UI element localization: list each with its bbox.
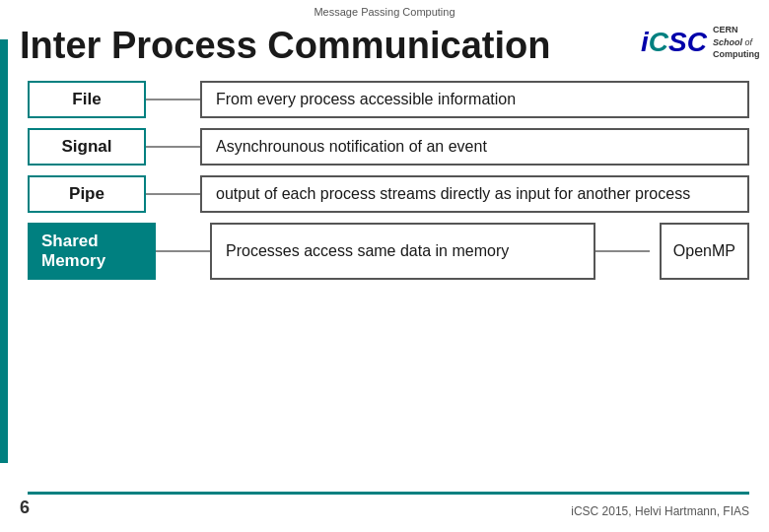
ipc-row-file: File From every process accessible infor… xyxy=(28,81,749,118)
connector-openmp xyxy=(595,223,650,280)
connector-shared-memory xyxy=(156,223,210,280)
label-signal: Signal xyxy=(28,128,146,166)
connector-signal xyxy=(146,128,200,166)
ipc-row-shared-memory: Shared Memory Processes access same data… xyxy=(28,223,749,280)
label-shared-memory: Shared Memory xyxy=(28,223,156,280)
logo-computing: Computing xyxy=(713,48,760,61)
logo-school-of: School of xyxy=(713,36,760,49)
logo-container: iCSC CERN School of Computing xyxy=(641,24,749,61)
top-label: Message Passing Computing xyxy=(0,0,769,22)
slide-number: 6 xyxy=(20,498,30,518)
header-area: Inter Process Communication iCSC CERN Sc… xyxy=(0,22,769,67)
logo-right-text: CERN School of Computing xyxy=(713,24,760,61)
label-file: File xyxy=(28,81,146,118)
connector-file xyxy=(146,81,200,118)
slide-title: Inter Process Communication xyxy=(20,26,631,67)
logo-c: C xyxy=(649,27,668,57)
desc-shared-memory: Processes access same data in memory xyxy=(210,223,595,280)
desc-signal: Asynchrounous notification of an event xyxy=(200,128,749,166)
ipc-row-signal: Signal Asynchrounous notification of an … xyxy=(28,128,749,166)
ipc-row-pipe: Pipe output of each process streams dire… xyxy=(28,175,749,213)
desc-pipe: output of each process streams directly … xyxy=(200,175,749,213)
label-pipe: Pipe xyxy=(28,175,146,213)
footer-area: 6 iCSC 2015, Helvi Hartmann, FIAS xyxy=(0,498,769,518)
top-label-text: Message Passing Computing xyxy=(314,6,454,18)
openmp-box: OpenMP xyxy=(660,223,749,280)
content-area: File From every process accessible infor… xyxy=(0,71,769,280)
footer-text: iCSC 2015, Helvi Hartmann, FIAS xyxy=(571,504,749,518)
logo-school: School xyxy=(713,37,742,47)
left-accent-bar xyxy=(0,39,8,463)
connector-pipe xyxy=(146,175,200,213)
bottom-line xyxy=(28,492,749,495)
desc-file: From every process accessible informatio… xyxy=(200,81,749,118)
logo-symbol: iCSC xyxy=(641,29,707,56)
logo-top-row: iCSC CERN School of Computing xyxy=(641,24,759,61)
logo-cern: CERN xyxy=(713,24,760,36)
logo-of: of xyxy=(744,37,752,47)
logo-area: iCSC CERN School of Computing xyxy=(641,24,749,61)
